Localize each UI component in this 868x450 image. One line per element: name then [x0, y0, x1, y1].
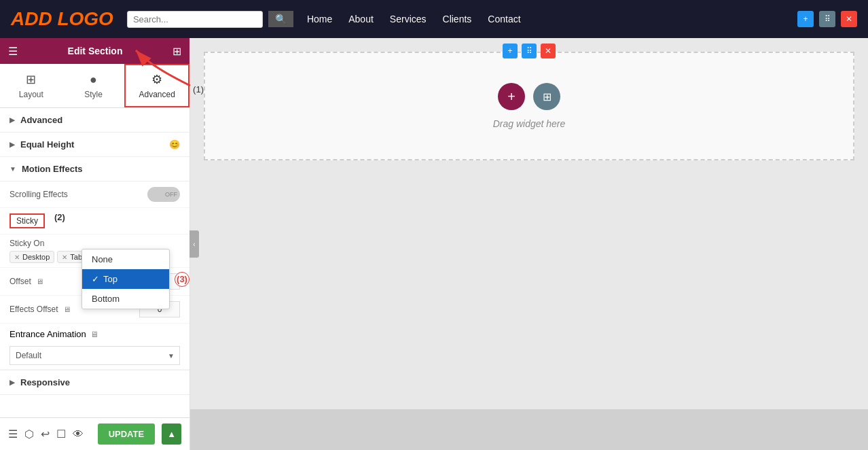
layers-icon[interactable]: ☰ [8, 428, 18, 440]
responsive-chevron: ▶ [10, 379, 15, 386]
top-nav: ADD LOGO 🔍 Home About Services Clients C… [0, 0, 868, 38]
search-button[interactable]: 🔍 [268, 11, 293, 27]
equal-height-section-header[interactable]: ▶ Equal Height 😊 [0, 133, 189, 157]
responsive-section-header[interactable]: ▶ Responsive [0, 370, 189, 395]
sidebar-content: ▶ Advanced ▶ Equal Height 😊 ▼ Motion Eff… [0, 108, 189, 417]
folder-widget-button[interactable]: ⊞ [533, 83, 560, 110]
section-move-button[interactable]: ⠿ [522, 44, 537, 58]
section-add-button[interactable]: + [503, 44, 518, 58]
nav-add-button[interactable]: + [797, 11, 814, 27]
offset-icon: 🖥 [36, 277, 43, 285]
sticky-row: Sticky (2) [0, 208, 189, 235]
motion-effects-chevron: ▼ [10, 165, 16, 173]
nav-about[interactable]: About [348, 14, 374, 24]
dropdown-item-none[interactable]: None [82, 249, 169, 269]
sidebar-header: ☰ Edit Section ⊞ [0, 38, 189, 64]
advanced-chevron: ▶ [10, 116, 15, 124]
tab-layout[interactable]: ⊞ Layout [0, 64, 62, 107]
responsive-section-label: Responsive [20, 377, 70, 387]
nav-close-button[interactable]: ✕ [841, 11, 857, 27]
motion-effects-section-label: Motion Effects [22, 164, 83, 174]
equal-height-section-label: Equal Height [20, 139, 74, 150]
dropdown-item-top[interactable]: ✓ Top (3) [82, 269, 169, 289]
nav-home[interactable]: Home [307, 14, 332, 24]
sidebar-title: Edit Section [68, 46, 123, 56]
update-button[interactable]: UPDATE [98, 423, 155, 445]
canvas-footer [190, 409, 868, 450]
history-icon[interactable]: ↩ [41, 428, 50, 440]
tab-advanced[interactable]: ⚙ Advanced [124, 64, 189, 107]
tag-desktop-label: Desktop [22, 253, 50, 261]
dropdown-top-label: Top [103, 274, 117, 284]
effects-offset-icon: 🖥 [63, 305, 71, 313]
section-controls: + ⠿ ✕ [503, 44, 556, 58]
search-input[interactable] [133, 14, 242, 24]
canvas-area: + ⠿ ✕ + ⊞ Drag widget here [190, 38, 868, 450]
dropdown-bottom-label: Bottom [92, 294, 120, 304]
sidebar: ☰ Edit Section ⊞ ⊞ Layout ● Style ⚙ Adva… [0, 38, 190, 450]
tag-desktop-remove[interactable]: ✕ [14, 254, 20, 261]
scrolling-effects-toggle[interactable]: OFF [147, 187, 180, 202]
tab-style-label: Style [84, 90, 103, 99]
search-box [127, 11, 263, 28]
scrolling-effects-label: Scrolling Effects [10, 190, 147, 199]
grid-icon[interactable]: ⊞ [173, 45, 181, 58]
annotation-3: (3) [175, 272, 189, 287]
scrolling-effects-row: Scrolling Effects OFF [0, 181, 189, 208]
equal-height-chevron: ▶ [10, 141, 15, 148]
tab-layout-label: Layout [19, 90, 43, 99]
dropdown-item-bottom[interactable]: Bottom [82, 289, 169, 309]
main-nav: Home About Services Clients Contact [307, 14, 521, 24]
entrance-animation-select[interactable]: Default [10, 346, 180, 365]
advanced-icon: ⚙ [151, 72, 162, 87]
layout-icon: ⊞ [26, 72, 36, 87]
widgets-icon[interactable]: ⬡ [24, 428, 34, 440]
dropdown-checkmark: ✓ [92, 274, 99, 284]
canvas-section: + ⠿ ✕ + ⊞ Drag widget here [204, 52, 854, 160]
equal-height-badge: 😊 [169, 139, 180, 150]
sidebar-header-left-icons: ☰ [8, 45, 18, 58]
sidebar-collapse-button[interactable]: ‹ [189, 230, 199, 258]
eye-icon[interactable]: 👁 [73, 428, 84, 440]
widget-buttons: + ⊞ [498, 83, 560, 110]
tag-desktop: ✕ Desktop [10, 251, 54, 263]
canvas-inner: + ⠿ ✕ + ⊞ Drag widget here [190, 38, 868, 409]
sticky-label-box: Sticky [10, 213, 45, 228]
hamburger-icon[interactable]: ☰ [8, 45, 18, 58]
tab-advanced-label: Advanced [139, 90, 175, 99]
entrance-animation-label: Entrance Animation [10, 329, 86, 339]
templates-icon[interactable]: ☐ [56, 428, 66, 440]
entrance-animation-icon: 🖥 [90, 330, 98, 339]
sticky-dropdown: None ✓ Top (3) Bottom [82, 249, 170, 309]
entrance-animation-select-wrapper: Default ▼ [0, 342, 189, 370]
drag-widget-text: Drag widget here [493, 118, 566, 129]
nav-contact[interactable]: Contact [488, 14, 520, 24]
site-logo: ADD LOGO [11, 8, 113, 30]
annotation-2: (2) [54, 212, 65, 222]
section-close-button[interactable]: ✕ [541, 44, 556, 58]
nav-controls: + ⠿ ✕ [797, 11, 857, 27]
sidebar-header-right-icons: ⊞ [173, 45, 181, 58]
toggle-off-label: OFF [165, 191, 177, 198]
main-layout: ☰ Edit Section ⊞ ⊞ Layout ● Style ⚙ Adva… [0, 38, 868, 450]
tab-style[interactable]: ● Style [62, 64, 125, 107]
dropdown-none-label: None [92, 254, 113, 264]
tab-bar: ⊞ Layout ● Style ⚙ Advanced [0, 64, 189, 108]
advanced-section-header[interactable]: ▶ Advanced [0, 108, 189, 133]
nav-grid-button[interactable]: ⠿ [819, 11, 835, 27]
advanced-section-label: Advanced [20, 115, 62, 125]
sticky-on-label: Sticky On [10, 239, 180, 248]
style-icon: ● [90, 73, 97, 87]
add-widget-button[interactable]: + [498, 83, 525, 110]
tag-tablet-remove[interactable]: ✕ [62, 254, 67, 261]
motion-effects-section-header[interactable]: ▼ Motion Effects [0, 157, 189, 181]
update-arrow-button[interactable]: ▲ [162, 423, 181, 445]
bottom-toolbar: ☰ ⬡ ↩ ☐ 👁 UPDATE ▲ [0, 417, 189, 450]
nav-services[interactable]: Services [390, 14, 427, 24]
entrance-animation-label-row: Entrance Animation 🖥 [0, 324, 189, 342]
nav-clients[interactable]: Clients [443, 14, 472, 24]
